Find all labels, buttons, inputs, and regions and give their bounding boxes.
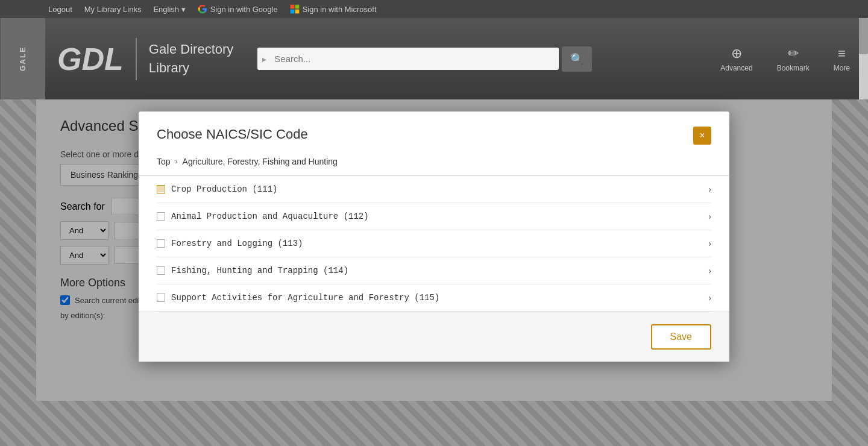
- modal-title: Choose NAICS/SIC Code: [157, 127, 308, 142]
- search-left-icon: ▸: [262, 54, 266, 64]
- category-item[interactable]: Forestry and Logging (113)›: [157, 230, 711, 257]
- save-button[interactable]: Save: [651, 324, 711, 350]
- sign-in-google-label: Sign in with Google: [210, 5, 278, 14]
- category-checkbox[interactable]: [157, 294, 165, 302]
- bookmark-label: Bookmark: [777, 64, 810, 72]
- header: GALE GDL Gale Directory Library ▸ 🔍 ⊕ Ad…: [0, 18, 868, 99]
- category-item[interactable]: Fishing, Hunting and Trapping (114)›: [157, 257, 711, 284]
- more-icon: ≡: [838, 46, 846, 61]
- modal-header: Choose NAICS/SIC Code ×: [139, 111, 729, 154]
- category-label: Animal Production and Aquaculture (112): [171, 212, 369, 221]
- logo-divider: [136, 38, 137, 80]
- category-label: Fishing, Hunting and Trapping (114): [171, 266, 348, 275]
- category-label: Forestry and Logging (113): [171, 239, 303, 248]
- modal-close-button[interactable]: ×: [693, 127, 711, 145]
- gale-sidebar-label: GALE: [0, 18, 45, 99]
- scrollbar-track: [859, 18, 868, 99]
- header-actions: ⊕ Advanced ✏ Bookmark ≡ More: [708, 37, 862, 81]
- sign-in-google-btn[interactable]: Sign in with Google: [198, 4, 278, 14]
- category-chevron-icon: ›: [708, 184, 711, 194]
- top-nav: Logout My Library Links English ▾ Sign i…: [0, 0, 868, 18]
- breadcrumb-chevron-icon: ›: [175, 157, 178, 166]
- category-item[interactable]: Animal Production and Aquaculture (112)›: [157, 203, 711, 230]
- search-wrapper: ▸: [257, 48, 559, 70]
- content-card: Advanced Search Select one or more direc…: [36, 99, 832, 401]
- bookmark-btn[interactable]: ✏ Bookmark: [765, 37, 822, 81]
- svg-rect-3: [295, 10, 299, 14]
- my-library-links[interactable]: My Library Links: [84, 5, 142, 14]
- scrollbar-thumb[interactable]: [859, 18, 868, 54]
- category-checkbox[interactable]: [157, 266, 165, 275]
- modal-body: Crop Production (111)›Animal Production …: [139, 175, 729, 312]
- category-checkbox[interactable]: [157, 185, 165, 193]
- category-chevron-icon: ›: [708, 212, 711, 221]
- category-checkbox[interactable]: [157, 212, 165, 221]
- category-label: Support Activities for Agriculture and F…: [171, 293, 439, 303]
- advanced-search-btn[interactable]: ⊕ Advanced: [708, 37, 764, 81]
- main-background: Advanced Search Select one or more direc…: [0, 99, 868, 446]
- svg-rect-0: [290, 5, 294, 9]
- category-item[interactable]: Support Activities for Agriculture and F…: [157, 284, 711, 312]
- modal-overlay: Choose NAICS/SIC Code × Top › Agricultur…: [36, 99, 832, 401]
- category-chevron-icon: ›: [708, 293, 711, 303]
- search-area: ▸ 🔍: [245, 46, 708, 72]
- breadcrumb-top-link[interactable]: Top: [157, 157, 171, 166]
- category-chevron-icon: ›: [708, 266, 711, 275]
- sign-in-microsoft-btn[interactable]: Sign in with Microsoft: [290, 4, 377, 14]
- logo-title: Gale Directory Library: [149, 40, 234, 78]
- category-label: Crop Production (111): [171, 184, 277, 194]
- sign-in-microsoft-label: Sign in with Microsoft: [303, 5, 377, 14]
- advanced-icon: ⊕: [731, 46, 742, 61]
- category-item[interactable]: Crop Production (111)›: [157, 176, 711, 203]
- search-input[interactable]: [257, 48, 559, 70]
- svg-rect-2: [290, 10, 294, 14]
- gdl-logo: GDL: [57, 43, 124, 75]
- english-selector[interactable]: English ▾: [153, 5, 185, 14]
- category-chevron-icon: ›: [708, 239, 711, 248]
- google-icon: [198, 4, 207, 14]
- logout-link[interactable]: Logout: [48, 5, 72, 14]
- category-checkbox[interactable]: [157, 239, 165, 248]
- breadcrumb: Top › Agriculture, Forestry, Fishing and…: [139, 154, 729, 175]
- modal-footer: Save: [139, 312, 729, 362]
- naics-modal: Choose NAICS/SIC Code × Top › Agricultur…: [139, 111, 729, 362]
- microsoft-icon: [290, 4, 300, 14]
- search-button[interactable]: 🔍: [562, 46, 592, 72]
- advanced-label: Advanced: [720, 64, 752, 72]
- more-label: More: [834, 64, 850, 72]
- svg-rect-1: [295, 5, 299, 9]
- logo-area: GDL Gale Directory Library: [45, 38, 245, 80]
- bookmark-icon: ✏: [788, 46, 799, 61]
- more-btn[interactable]: ≡ More: [822, 37, 862, 81]
- breadcrumb-current: Agriculture, Forestry, Fishing and Hunti…: [183, 157, 338, 166]
